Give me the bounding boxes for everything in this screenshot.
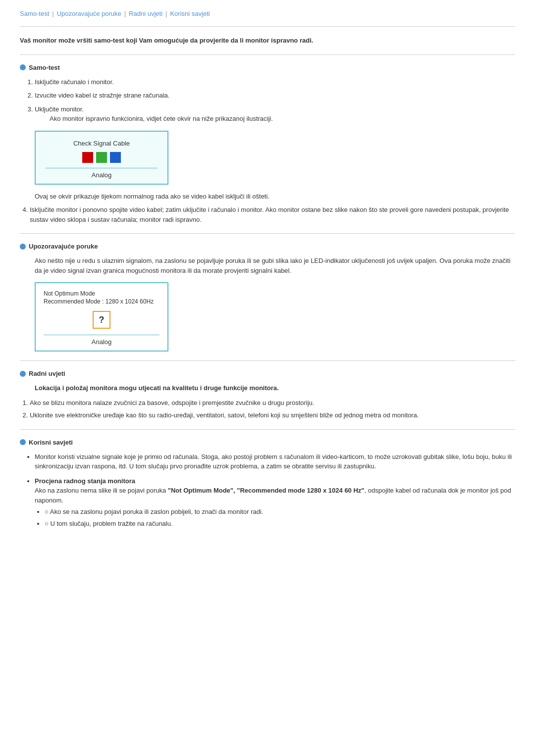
radni-subtitle: Lokacija i položaj monitora mogu utjecat…: [35, 383, 515, 393]
nav-korisni[interactable]: Korisni savjeti: [170, 10, 210, 17]
question-mark-box: ?: [93, 311, 110, 329]
samo-test-steps: Isključite računalo i monitor. Izvucite …: [35, 77, 515, 124]
blue-square: [110, 152, 121, 163]
recommended-mode-text: Recommended Mode : 1280 x 1024 60Hz: [44, 298, 160, 305]
nav-samo-test[interactable]: Samo-test: [20, 10, 49, 17]
step-2: Izvucite video kabel iz stražnje strane …: [35, 91, 515, 101]
samo-test-step4-list: Isključite monitor i ponovno spojite vid…: [30, 205, 515, 224]
radni-step-2: Uklonite sve elektroničke uređaje kao št…: [30, 410, 515, 420]
korisni-bullet-1: Monitor koristi vizualne signale koje je…: [35, 452, 515, 471]
upozora-title: Upozoravajuće poruke: [20, 243, 515, 250]
radni-step-1: Ako se blizu monitora nalaze zvučnici za…: [30, 398, 515, 408]
blue-dot-icon-4: [20, 439, 26, 445]
not-optimum-box: Not Optimum Mode Recommended Mode : 1280…: [35, 282, 168, 352]
korisni-title: Korisni savjeti: [20, 439, 515, 446]
section-korisni: Korisni savjeti Monitor koristi vizualne…: [20, 439, 515, 529]
sub-item-1: Ako se na zaslonu pojavi poruka ili zasl…: [45, 507, 515, 517]
not-optimum-title: Not Optimum Mode: [44, 290, 160, 297]
step-3: Uključite monitor. Ako monitor ispravno …: [35, 104, 515, 124]
analog-label-1: Analog: [46, 168, 158, 179]
step-4: Isključite monitor i ponovno spojite vid…: [30, 205, 515, 224]
nav-links: Samo-test | Upozoravajuće poruke | Radni…: [20, 10, 515, 17]
section-upozora: Upozoravajuće poruke Ako nešto nije u re…: [20, 243, 515, 352]
radni-steps: Ako se blizu monitora nalaze zvučnici za…: [30, 398, 515, 420]
blue-dot-icon: [20, 64, 26, 70]
samo-test-title: Samo-test: [20, 64, 515, 71]
check-signal-box: Check Signal Cable Analog: [35, 131, 168, 185]
blue-dot-icon-3: [20, 371, 26, 377]
procjena-sublist: Ako se na zaslonu pojavi poruka ili zasl…: [45, 507, 515, 528]
blue-dot-icon-2: [20, 244, 26, 250]
nav-radni[interactable]: Radni uvjeti: [129, 10, 162, 17]
korisni-bullet-2: Procjena radnog stanja monitora Ako na z…: [35, 476, 515, 529]
nav-upozora[interactable]: Upozoravajuće poruke: [57, 10, 121, 17]
green-square: [96, 152, 107, 163]
analog-label-2: Analog: [44, 335, 160, 346]
sub-item-2: U tom slučaju, problem tražite na računa…: [45, 519, 515, 529]
color-squares: [46, 152, 158, 163]
korisni-bullets: Monitor koristi vizualne signale koje je…: [35, 452, 515, 529]
step-1: Isključite računalo i monitor.: [35, 77, 515, 87]
intro-text: Vaš monitor može vršiti samo-test koji V…: [20, 36, 515, 46]
check-signal-title: Check Signal Cable: [46, 140, 158, 147]
section-radni: Radni uvjeti Lokacija i položaj monitora…: [20, 370, 515, 420]
after-box-text: Ovaj se okvir prikazuje tijekom normalno…: [35, 192, 515, 202]
upozora-text: Ako nešto nije u redu s ulaznim signalom…: [35, 256, 515, 275]
section-samo-test: Samo-test Isključite računalo i monitor.…: [20, 64, 515, 225]
red-square: [82, 152, 93, 163]
radni-title: Radni uvjeti: [20, 370, 515, 377]
procjena-bold: Procjena radnog stanja monitora: [35, 477, 135, 485]
